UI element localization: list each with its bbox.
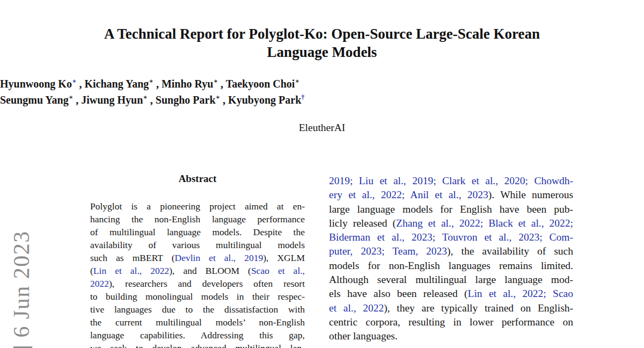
text-line: large language models for English have b… (329, 202, 573, 216)
paper-title-line1: A Technical Report for Polyglot-Ko: Open… (0, 25, 644, 43)
text-line: the current multilingual models’ non-Eng… (90, 316, 305, 329)
text-segment: hancing the non-English language perform… (90, 214, 305, 224)
text-segment: , Kyubyong Park (220, 94, 301, 106)
text-segment: models for non-English languages remains… (329, 260, 573, 271)
text-line: Seungmu Yang∗ , Jiwung Hyun∗ , Sungho Pa… (0, 92, 644, 108)
citation-link[interactable]: puter, 2023; Team, 2023 (329, 245, 447, 257)
text-line: puter, 2023; Team, 2023), the availabili… (329, 244, 573, 258)
paper-page: ] 6 Jun 2023 A Technical Report for Poly… (0, 0, 644, 348)
abstract-text: Polyglot is a pioneering project aimed a… (90, 200, 305, 348)
text-segment: tive languages due to the dissatisfactio… (90, 304, 305, 315)
text-segment: ), researchers and developers often reso… (109, 278, 305, 289)
paper-title: A Technical Report for Polyglot-Ko: Open… (0, 25, 644, 61)
text-line: hancing the non-English language perform… (90, 213, 305, 226)
text-segment: , Kichang Yang (77, 78, 149, 90)
text-line: centric corpora, resulting in lower perf… (329, 315, 573, 329)
text-segment: , Jiwung Hyun (73, 94, 143, 106)
affiliation: EleutherAI (0, 122, 644, 134)
text-segment: ∗ (216, 93, 221, 101)
text-segment: the current multilingual models’ non-Eng… (90, 317, 305, 328)
text-segment: Hyunwoong Ko (0, 78, 72, 90)
text-line: availability of various multilingual mod… (90, 238, 305, 251)
text-segment: ∗ (143, 93, 148, 101)
text-line: of multilingual language models. Despite… (90, 226, 305, 238)
text-segment: ∗ (149, 77, 153, 85)
text-segment: availability of various multilingual mod… (90, 240, 305, 250)
text-line: ery et al., 2022; Anil et al., 2023). Wh… (329, 188, 573, 202)
body-text-column: 2019; Liu et al., 2019; Clark et al., 20… (329, 174, 573, 344)
text-segment: ). While numerous (488, 189, 573, 200)
abstract-heading: Abstract (90, 173, 305, 185)
citation-link[interactable]: Lin et al., 2022; Scao (468, 288, 573, 299)
text-segment: Polyglot is a pioneering project aimed a… (90, 201, 305, 212)
arxiv-watermark: ] 6 Jun 2023 (9, 230, 34, 348)
text-segment: , Taekyoon Choi (218, 78, 295, 90)
text-line: 2022), researchers and developers often … (90, 277, 305, 290)
citation-link[interactable]: Lin et al., 2022 (93, 265, 169, 276)
text-segment: to building monolingual models in their … (90, 291, 305, 302)
text-line: Hyunwoong Ko∗ , Kichang Yang∗ , Minho Ry… (0, 76, 644, 92)
paper-title-line2: Language Models (0, 43, 644, 61)
text-segment: large language models for English have b… (329, 204, 573, 215)
text-segment: of multilingual language models. Despite… (90, 227, 305, 237)
text-segment: , Minho Ryu (153, 78, 214, 90)
text-line: Although several multilingual large lang… (329, 273, 573, 287)
citation-link[interactable]: ery et al., 2022; Anil et al., 2023 (329, 189, 488, 200)
text-segment: Although several multilingual large lang… (329, 274, 573, 285)
text-line: licly released (Zhang et al., 2022; Blac… (329, 216, 573, 230)
text-segment: licly released ( (329, 218, 396, 229)
citation-link[interactable]: Biderman et al., 2023; Touvron et al., 2… (329, 231, 573, 243)
citation-link[interactable]: 2019; Liu et al., 2019; Clark et al., 20… (329, 175, 573, 186)
text-segment: ), the availability of such (447, 245, 573, 257)
text-segment: such as mBERT ( (90, 252, 175, 263)
text-segment: centric corpora, resulting in lower perf… (329, 316, 573, 328)
text-segment: ), they are typically trained on English… (384, 302, 573, 314)
text-line: such as mBERT (Devlin et al., 2019), XGL… (90, 251, 305, 264)
text-line: Biderman et al., 2023; Touvron et al., 2… (329, 230, 573, 244)
text-segment: ), and BLOOM ( (169, 265, 251, 276)
citation-link[interactable]: et al., 2022 (329, 302, 384, 314)
citation-link[interactable]: Zhang et al., 2022; Black et al., 2022; (396, 218, 573, 229)
text-line: other languages. (329, 329, 573, 343)
text-segment: ), XGLM (263, 252, 305, 263)
text-segment: ∗ (295, 77, 299, 85)
text-line: we seek to develop advanced multilingual… (90, 342, 305, 348)
text-segment: we seek to develop advanced multilingual… (90, 343, 305, 348)
text-line: to building monolingual models in their … (90, 290, 305, 303)
text-segment: ∗ (213, 77, 218, 85)
text-line: (Lin et al., 2022), and BLOOM (Scao et a… (90, 264, 305, 277)
text-line: tive languages due to the dissatisfactio… (90, 303, 305, 316)
citation-link[interactable]: 2022 (90, 278, 109, 289)
text-line: language capabilities. Addressing this g… (90, 329, 305, 342)
text-line: els have also been released (Lin et al.,… (329, 287, 573, 301)
text-segment: language capabilities. Addressing this g… (90, 330, 305, 340)
text-segment: , Sungho Park (148, 94, 216, 106)
text-line: Polyglot is a pioneering project aimed a… (90, 200, 305, 213)
text-line: et al., 2022), they are typically traine… (329, 301, 573, 315)
text-segment: ∗ (69, 93, 74, 101)
text-segment: Seungmu Yang (0, 94, 69, 106)
citation-link[interactable]: Devlin et al., 2019 (175, 252, 264, 263)
citation-link[interactable]: † (301, 93, 304, 101)
text-line: 2019; Liu et al., 2019; Clark et al., 20… (329, 174, 573, 188)
text-segment: other languages. (329, 330, 398, 342)
citation-link[interactable]: Scao et al., (251, 265, 305, 276)
citation-link[interactable]: ∗ (72, 77, 77, 85)
text-line: models for non-English languages remains… (329, 259, 573, 273)
text-segment: els have also been released ( (329, 288, 468, 299)
author-list: Hyunwoong Ko∗ , Kichang Yang∗ , Minho Ry… (0, 76, 644, 108)
